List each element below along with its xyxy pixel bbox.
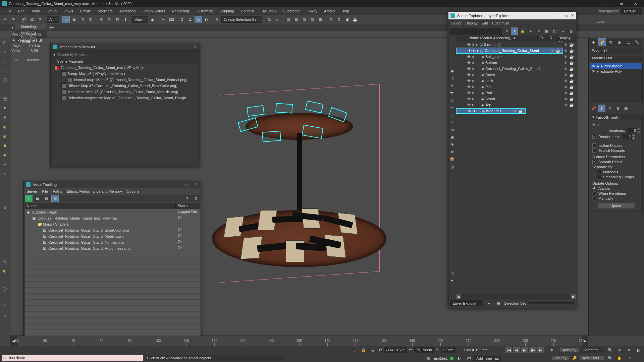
nav-zoom-button[interactable]: 🔍 xyxy=(606,346,614,354)
x-field[interactable]: -114,9157c xyxy=(384,347,407,353)
asset-menu-file[interactable]: File xyxy=(42,189,48,193)
scene-row[interactable]: 👁❄◆ Pin❄☕ xyxy=(456,84,576,90)
helper1-icon[interactable]: ⊡ xyxy=(1,194,9,202)
asset-refresh-button[interactable]: ↻ xyxy=(25,195,33,202)
motion-tab-icon[interactable]: ◉ xyxy=(615,38,624,46)
snap2d-button[interactable]: 2 xyxy=(178,16,186,23)
se-filter-cam-icon[interactable]: 📷 xyxy=(448,89,456,97)
layer-explorer-button[interactable]: ▦ xyxy=(292,16,300,23)
ribbon-min-button[interactable]: ▾ xyxy=(10,24,15,31)
menu-modifiers[interactable]: Modifiers xyxy=(94,8,116,14)
menu-arnold[interactable]: Arnold xyxy=(321,8,338,14)
se-col-render[interactable]: R... xyxy=(548,36,556,42)
asset-view3-button[interactable]: ▤ xyxy=(51,195,59,202)
menu-v-ray[interactable]: V-Ray xyxy=(304,8,321,14)
minimize-button[interactable]: — xyxy=(600,0,614,7)
material-row[interactable]: Diffuse: Map #7 (Carousel_Rotating_Guita… xyxy=(52,83,198,89)
manipulate-button[interactable]: ✦ xyxy=(160,16,167,23)
se-filter-geom-icon[interactable]: ◉ xyxy=(448,67,456,74)
se-footer-btn1[interactable]: ≡ xyxy=(485,300,493,307)
se-col-name[interactable]: Name (Sorted Ascending) ▲ xyxy=(467,36,538,42)
close-button[interactable]: ✕ xyxy=(629,0,642,7)
display-tab-icon[interactable]: 🖵 xyxy=(624,38,632,46)
pivot-button[interactable]: ◉ xyxy=(149,16,156,23)
isolate-button[interactable]: ⊡ xyxy=(351,346,358,354)
prev-frame-button[interactable]: ◀| xyxy=(513,347,520,353)
nav-pan-button[interactable]: ✥ xyxy=(625,346,633,354)
timeline-track[interactable]: 5060708090100110120130140150160170180190… xyxy=(17,336,582,346)
safe-frame-button[interactable]: ▦ xyxy=(424,355,432,362)
placement-button[interactable]: ⬇ xyxy=(121,16,129,23)
light3-icon[interactable]: ◒ xyxy=(1,132,9,140)
asset-max-button[interactable]: ▭ xyxy=(184,182,190,187)
scene-row[interactable]: 👁❄◆ Rod❄☕ xyxy=(456,90,576,96)
sel-center-button[interactable]: ◎ xyxy=(369,346,377,354)
modifier-row[interactable]: 👁▸ Editable Poly xyxy=(590,69,642,74)
se-close-button[interactable]: ✕ xyxy=(571,13,574,18)
smooth-result-checkbox[interactable]: Smooth Result xyxy=(592,160,640,164)
update-button[interactable]: Update xyxy=(598,203,635,209)
asset-tracking-panel[interactable]: Asset Tracking — ▭ ✕ ServerFilePathsBitm… xyxy=(23,181,201,342)
scene-row[interactable]: 👁❄▸ ▤ 0 (default)❄☕ xyxy=(456,42,576,48)
remove-mod-button[interactable]: 🗑 xyxy=(614,105,622,112)
explicit-normals-checkbox[interactable]: Explicit Normals xyxy=(592,148,640,153)
workspace-dropdown[interactable]: Default xyxy=(621,8,642,14)
se-filter-xref-icon[interactable]: ▣ xyxy=(448,133,456,141)
scene-row[interactable]: 👁❄◆ Cover❄☕ xyxy=(456,72,576,78)
crowd2-icon[interactable]: ◐ xyxy=(1,267,9,275)
key-filter-dropdown[interactable]: Selected xyxy=(581,347,604,353)
window-crressing-button[interactable]: ▥ xyxy=(87,16,94,23)
material-search-input[interactable]: ▾ Search by Name ... xyxy=(51,51,199,58)
ref-coord-dropdown[interactable]: View xyxy=(132,16,148,23)
configure-button[interactable]: ▤ xyxy=(622,105,630,112)
nav-pan2-button[interactable]: ✋ xyxy=(616,355,623,362)
menu-content[interactable]: Content xyxy=(237,8,257,14)
isoline-checkbox[interactable]: Isoline Display xyxy=(592,143,640,147)
light5-icon[interactable]: ◆ xyxy=(1,151,9,159)
rect-region-button[interactable]: ◫ xyxy=(78,16,86,23)
menu-customize[interactable]: Customize xyxy=(192,8,216,14)
asset-row[interactable]: ◆Autodesk VaultLogged Out xyxy=(25,209,200,215)
render-iters-spinner[interactable]: ▴▾ xyxy=(622,134,635,139)
asset-menu-options[interactable]: Options xyxy=(127,189,140,193)
always-radio[interactable]: Always xyxy=(592,186,640,190)
se-filter-light-icon[interactable]: ☀ xyxy=(448,82,456,89)
menu-rendering[interactable]: Rendering xyxy=(169,8,193,14)
se-filter-helper-icon[interactable]: □ xyxy=(448,97,456,104)
goto-end-button[interactable]: ▶| xyxy=(537,347,544,353)
camera-icon[interactable]: 📷 xyxy=(1,95,9,103)
se-max-button[interactable]: ▭ xyxy=(565,13,568,18)
time-config-button[interactable]: ✥ xyxy=(546,346,556,354)
se-filter-space-icon[interactable]: 〰 xyxy=(448,104,456,111)
menu-graph-editors[interactable]: Graph Editors xyxy=(139,8,169,14)
se-layer5-button[interactable]: ⊞ xyxy=(567,27,575,35)
selection-filter-dropdown[interactable]: All xyxy=(47,16,59,23)
se-col-display[interactable]: Display as xyxy=(556,36,576,42)
sphere-icon[interactable]: ○ xyxy=(1,48,9,56)
se-lock-button[interactable]: 🔒 xyxy=(519,27,526,35)
menu-file[interactable]: File xyxy=(2,8,15,14)
time-tag-button[interactable]: 🏷 xyxy=(465,355,472,362)
modifier-stack[interactable]: 👁▸ TurboSmooth👁▸ Editable Poly xyxy=(590,63,643,103)
ribbon-arrow-button[interactable]: ⟳▾ xyxy=(49,24,54,31)
material-browser-close-button[interactable]: ✕ xyxy=(192,45,198,49)
sep-materials-checkbox[interactable]: Materials xyxy=(592,170,640,174)
se-filter-none-icon[interactable]: ▼ xyxy=(448,277,456,284)
y-field[interactable]: 75,198cm xyxy=(414,347,434,353)
se-layer1-button[interactable]: ≡ xyxy=(535,27,542,35)
se-layer4-button[interactable]: ✦ xyxy=(559,27,567,35)
utilities-tab-icon[interactable]: 🔧 xyxy=(633,38,641,46)
nav-orbit-button[interactable]: ⊕ xyxy=(616,346,623,354)
box-icon[interactable]: ▢ xyxy=(1,38,9,46)
lock-button[interactable]: 🔒 xyxy=(360,346,367,354)
asset-row[interactable]: 📁Maps / Shaders xyxy=(25,221,200,227)
snap-spinner-button[interactable]: ◐ xyxy=(203,16,210,23)
maximize-button[interactable]: ▭ xyxy=(614,0,628,7)
sep-smoothing-checkbox[interactable]: Smoothing Groups xyxy=(592,175,640,179)
mirror-button[interactable]: ⧉ xyxy=(266,16,273,23)
asset-row[interactable]: 🖼Carousel_Rotating_Guitar_Stand_BaseColo… xyxy=(25,227,200,233)
asset-row[interactable]: 🖼Carousel_Rotating_Guitar_Stand_Metallic… xyxy=(25,233,200,239)
play-button[interactable]: ▶ xyxy=(521,347,528,353)
menu-create[interactable]: Create xyxy=(76,8,94,14)
asset-help-button[interactable]: ? xyxy=(183,195,191,202)
